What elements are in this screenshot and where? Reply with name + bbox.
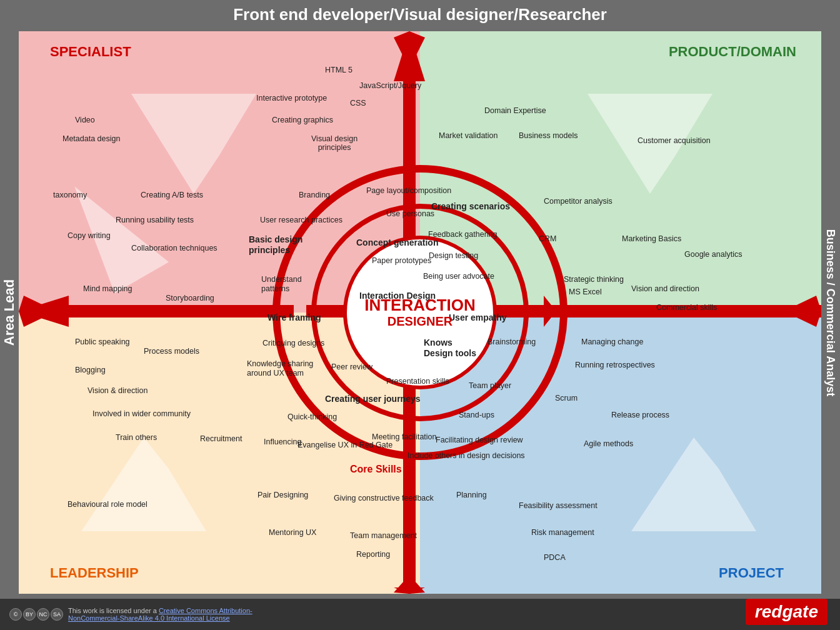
skill-page-layout: Page layout/composition <box>366 186 451 195</box>
skill-risk-management: Risk management <box>531 528 594 537</box>
skill-copy-writing: Copy writing <box>68 231 111 240</box>
skill-behavioural: Behavioural role model <box>68 500 148 509</box>
product-quadrant <box>420 31 821 312</box>
skill-strategic-thinking: Strategic thinking <box>564 275 624 284</box>
skill-feedback-gathering: Feedback gathering <box>428 230 498 239</box>
skill-include-others: Include others in design decisions <box>408 451 525 460</box>
skill-domain-expertise: Domain Expertise <box>484 106 546 115</box>
skill-commercial-skills: Commercial skills <box>656 303 717 312</box>
skill-basic-design: Basic designprinciples <box>249 234 302 256</box>
skill-involved-community: Involved in wider community <box>92 409 191 418</box>
skill-vision-direction: Vision and direction <box>631 284 699 293</box>
specialist-label: SPECIALIST <box>50 44 131 60</box>
skill-release-process: Release process <box>611 411 669 419</box>
skill-storyboarding: Storyboarding <box>166 294 214 302</box>
skill-user-research: User research practices <box>260 216 342 224</box>
skill-concept-generation: Concept generation <box>356 238 438 248</box>
skill-business-models: Business models <box>519 131 578 140</box>
skill-mind-mapping: Mind mapping <box>83 284 132 293</box>
skill-use-personas: Use personas <box>386 209 434 218</box>
skill-feasibility: Feasibility assessment <box>519 501 598 510</box>
skill-public-speaking: Public speaking <box>75 338 130 346</box>
skill-wire-framing: Wire framing <box>268 312 321 322</box>
skill-branding: Branding <box>299 191 330 199</box>
skill-planning: Planning <box>456 491 487 499</box>
cc-icon-by: BY <box>23 608 36 621</box>
skill-understand-patterns: Understandpatterns <box>261 275 302 294</box>
skill-scrum: Scrum <box>555 394 578 402</box>
skill-peer-review: Peer review <box>331 362 372 371</box>
skill-evangelise: Evangelise UX in Red Gate <box>298 441 392 449</box>
skill-being-user-advocate: Being user advocate <box>423 272 494 281</box>
skill-video: Video <box>75 116 95 124</box>
skill-train-others: Train others <box>116 433 157 442</box>
skill-team-player: Team player <box>469 381 511 390</box>
right-axis-label: Business / Commercial Analyst <box>821 31 840 594</box>
skill-agile-methods: Agile methods <box>584 439 633 448</box>
skill-mentoring-ux: Mentoring UX <box>269 528 316 537</box>
specialist-quadrant <box>19 31 420 312</box>
redgate-logo: redgate <box>746 599 828 625</box>
skill-paper-prototypes: Paper prototypes <box>372 256 431 265</box>
skill-brainstorming: Brainstorming <box>488 338 536 346</box>
skill-recruitment: Recruitment <box>200 434 242 443</box>
project-label: PROJECT <box>719 565 784 581</box>
skill-creating-journeys: Creating user journeys <box>325 394 421 404</box>
skill-ms-excel: MS Excel <box>569 288 602 296</box>
skill-taxonomy: taxonomy <box>53 191 87 199</box>
skill-javascript: JavaScript/Jquery <box>359 81 421 90</box>
skill-creating-ab: Creating A/B tests <box>141 191 203 199</box>
skill-running-retrospectives: Running retrospectives <box>575 361 655 369</box>
leadership-label: LEADERSHIP <box>50 565 139 581</box>
skill-html5: HTML 5 <box>325 66 352 74</box>
skill-core-skills: Core Skills <box>350 464 402 475</box>
skill-managing-change: Managing change <box>581 338 643 346</box>
skill-creating-scenarios: Creating scenarios <box>431 201 510 211</box>
skill-knowledge-sharing: Knowledge sharingaround UX team <box>247 359 313 378</box>
skill-design-testing: Design testing <box>429 251 478 260</box>
product-label: PRODUCT/DOMAIN <box>669 44 796 60</box>
skill-stand-ups: Stand-ups <box>459 411 494 419</box>
skill-creating-graphics: Creating graphics <box>272 116 333 124</box>
skill-reporting: Reporting <box>356 550 390 559</box>
skill-competitor-analysis: Competitor analysis <box>544 197 612 206</box>
main-diagram: SPECIALIST PRODUCT/DOMAIN LEADERSHIP PRO… <box>19 31 821 594</box>
skill-visual-design: Visual designprinciples <box>311 134 358 152</box>
footer-license: © BY NC SA This work is licensed under a… <box>9 607 252 622</box>
skill-giving-constructive: Giving constructive feedback <box>334 494 434 502</box>
skill-customer-acquisition: Customer acquisition <box>638 136 711 145</box>
skill-process-models: Process models <box>144 347 199 356</box>
skill-collab-techniques: Collaboration techniques <box>131 244 218 252</box>
skill-pair-designing: Pair Designing <box>258 491 308 499</box>
skill-google-analytics: Google analytics <box>684 250 742 259</box>
center-text: INTERACTION DESIGNER <box>364 296 476 329</box>
footer-text: This work is licensed under a Creative C… <box>68 607 252 622</box>
cc-icon-nc: NC <box>37 608 49 621</box>
footer: © BY NC SA This work is licensed under a… <box>0 599 840 630</box>
skill-interactive-prototype: Interactive prototype <box>256 94 327 102</box>
cc-icons: © BY NC SA <box>9 608 63 621</box>
skill-blogging: Blogging <box>75 366 106 374</box>
skill-marketing-basics: Marketing Basics <box>622 234 681 243</box>
left-axis-label: Area Lead <box>0 31 19 594</box>
skill-crm: CRM <box>539 234 556 243</box>
skill-critiquing: Critiquing designs <box>262 339 324 348</box>
skill-vision-direction2: Vision & direction <box>88 386 148 395</box>
skill-market-validation: Market validation <box>439 131 498 140</box>
skill-knows-design-tools: KnowsDesign tools <box>424 338 476 359</box>
top-title: Front end developer/Visual designer/Rese… <box>0 5 840 24</box>
skill-metadata-design: Metadata design <box>62 134 120 143</box>
skill-running-usability: Running usability tests <box>116 216 194 224</box>
skill-facilitating-design: Facilitating design review <box>436 436 523 444</box>
skill-meeting-facilitation: Meeting facilitation <box>372 432 437 441</box>
skill-presentation-skills: Presentation skills <box>386 377 449 386</box>
skill-influencing: Influencing <box>264 438 301 446</box>
skill-pdca: PDCA <box>544 553 566 562</box>
cc-icon-sa: SA <box>51 608 63 621</box>
skill-team-management: Team management <box>350 531 417 540</box>
skill-css: CSS <box>350 99 366 108</box>
cc-icon-cc: © <box>9 608 22 621</box>
skill-quick-thinking: Quick-thinking <box>288 412 337 421</box>
